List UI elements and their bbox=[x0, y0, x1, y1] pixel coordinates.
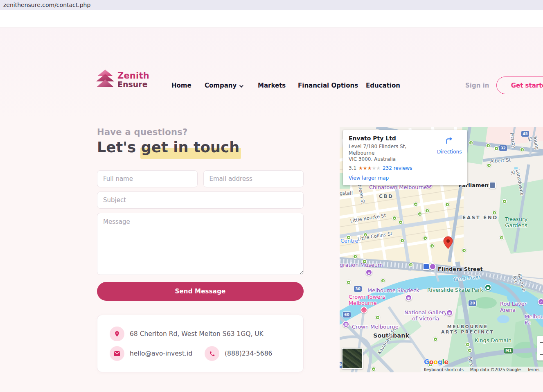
email-row: hello@avo-invest.id bbox=[110, 346, 192, 361]
poi-icon: ▭ bbox=[360, 306, 367, 313]
map-label: gstaff bbox=[340, 191, 353, 196]
contact-info-card: 68 Cheriton Rd, West Melton S63 1GQ, UK … bbox=[97, 315, 304, 372]
brand-name-bottom: Ensure bbox=[117, 81, 149, 88]
transit-stop-icon bbox=[494, 146, 499, 151]
transit-stop-icon bbox=[520, 147, 525, 152]
transit-stop-icon bbox=[467, 348, 472, 353]
address-row: 68 Cheriton Rd, West Melton S63 1GQ, UK bbox=[110, 327, 291, 341]
directions-icon bbox=[445, 139, 454, 146]
road-shield: M1 bbox=[504, 348, 513, 354]
contact-form: Send Message bbox=[97, 170, 304, 301]
zoom-out-icon[interactable] bbox=[540, 354, 543, 355]
transit-stop-icon bbox=[425, 208, 430, 213]
road-shield: 60 bbox=[343, 312, 351, 318]
subject-input[interactable] bbox=[97, 191, 304, 209]
location-pin-icon bbox=[110, 327, 124, 341]
poi-icon bbox=[429, 263, 436, 270]
brand-logo[interactable]: Zenith Ensure bbox=[96, 69, 149, 90]
map-label: Riverslide Skate Park bbox=[427, 287, 483, 293]
get-started-button[interactable]: Get started bbox=[496, 77, 543, 94]
logo-mark-icon bbox=[96, 69, 114, 90]
map-label: Young St bbox=[527, 135, 540, 151]
nav-financial-options[interactable]: Financial Options bbox=[298, 82, 358, 89]
transit-stop-icon bbox=[371, 367, 376, 372]
map-label: Flinders Street bbox=[438, 266, 483, 273]
transit-stop-icon bbox=[381, 278, 385, 283]
satellite-toggle[interactable] bbox=[342, 348, 363, 369]
phone-row: (888)234-5686 bbox=[205, 346, 272, 361]
chevron-down-icon bbox=[239, 83, 243, 88]
sign-in-link[interactable]: Sign in bbox=[465, 82, 489, 89]
map-label: National Gallery of Victoria bbox=[404, 310, 447, 322]
reviews-link[interactable]: 232 reviews bbox=[383, 165, 412, 171]
road-shield: 32 bbox=[499, 145, 507, 151]
map-label: Melbourne Skydeck bbox=[367, 288, 419, 294]
nav-education[interactable]: Education bbox=[366, 82, 400, 89]
map-label: Chinatown Melbourne bbox=[369, 185, 427, 191]
send-message-button[interactable]: Send Message bbox=[97, 282, 304, 301]
road-shield: 30 bbox=[354, 286, 362, 292]
poi-icon: ▦ bbox=[342, 321, 349, 328]
transit-stop-icon bbox=[346, 280, 351, 285]
map-label: Treasury Gardens bbox=[505, 216, 527, 229]
poi-icon: ◉ bbox=[446, 309, 453, 316]
map-label: Melbourne Pa bbox=[525, 314, 543, 326]
full-name-input[interactable] bbox=[97, 170, 198, 187]
poi-icon bbox=[489, 182, 496, 189]
page-url: zenithensure.com/contact.php bbox=[3, 2, 90, 8]
transit-stop-icon bbox=[375, 315, 380, 320]
poi-icon: ⌂ bbox=[538, 298, 543, 305]
map-label: Rod Laver Arena bbox=[500, 301, 543, 313]
transit-stop-icon bbox=[398, 220, 403, 225]
map-label: Kings Domain bbox=[475, 338, 511, 344]
poi-icon bbox=[423, 263, 430, 270]
message-textarea[interactable] bbox=[97, 213, 304, 275]
transit-stop-icon bbox=[417, 212, 422, 216]
browser-url-bar[interactable]: zenithensure.com/contact.php bbox=[0, 0, 543, 10]
place-address: Level 7/180 Flinders St, Melbourne VIC 3… bbox=[349, 144, 426, 163]
mail-icon bbox=[110, 346, 124, 361]
transit-stop-icon bbox=[433, 337, 438, 342]
road-shield: 45 bbox=[521, 131, 529, 137]
transit-stop-icon bbox=[430, 243, 435, 248]
map-label: CBD bbox=[379, 194, 393, 200]
email-input[interactable] bbox=[203, 170, 304, 187]
map-label: EAST END bbox=[462, 215, 498, 221]
page-background: Zenith Ensure Home Company Markets Finan… bbox=[0, 28, 543, 392]
directions-button[interactable]: Directions bbox=[437, 136, 462, 155]
transit-stop-icon bbox=[465, 342, 470, 347]
transit-stop-icon bbox=[445, 202, 450, 207]
google-map[interactable]: Chinatown MelbourneCBDParliamentEAST END… bbox=[340, 127, 543, 372]
hero-eyebrow: Have a questions? bbox=[97, 127, 188, 137]
poi-icon: ● bbox=[484, 284, 491, 291]
transit-stop-icon bbox=[392, 216, 397, 221]
transit-stop-icon bbox=[469, 140, 473, 145]
map-zoom-controls[interactable] bbox=[537, 336, 543, 360]
view-larger-map-link[interactable]: View larger map bbox=[349, 175, 389, 181]
zoom-in-icon[interactable] bbox=[540, 342, 543, 343]
transit-stop-icon bbox=[413, 202, 418, 207]
map-label: Crown Towers Melbourne bbox=[349, 294, 385, 306]
transit-stop-icon bbox=[353, 254, 358, 259]
google-logo: Google bbox=[424, 358, 448, 366]
poi-icon: ⌂ bbox=[365, 269, 372, 276]
brand-name-top: Zenith bbox=[117, 72, 149, 80]
map-label: MELBOURNE ARTS PRECINCT bbox=[441, 324, 494, 335]
nav-home[interactable]: Home bbox=[171, 82, 192, 89]
transit-stop-icon bbox=[502, 199, 507, 204]
poi-icon: ◉ bbox=[405, 294, 412, 301]
title-highlight: get in touch bbox=[140, 139, 241, 159]
keyboard-shortcuts-link[interactable]: Keyboard shortcuts bbox=[424, 367, 464, 372]
road-shield: 20 bbox=[469, 300, 476, 306]
map-info-card: Envato Pty Ltd Level 7/180 Flinders St, … bbox=[343, 130, 467, 185]
transit-stop-icon bbox=[408, 262, 413, 267]
header-spacer bbox=[0, 10, 543, 28]
phone-icon bbox=[205, 346, 219, 361]
terms-link[interactable]: Terms bbox=[527, 367, 539, 372]
transit-stop-icon bbox=[400, 238, 405, 243]
map-label: Centre bbox=[340, 238, 358, 244]
nav-markets[interactable]: Markets bbox=[258, 82, 286, 89]
nav-company[interactable]: Company bbox=[205, 82, 242, 89]
phone-text: (888)234-5686 bbox=[225, 350, 272, 357]
map-label: gration Museum bbox=[340, 262, 383, 268]
